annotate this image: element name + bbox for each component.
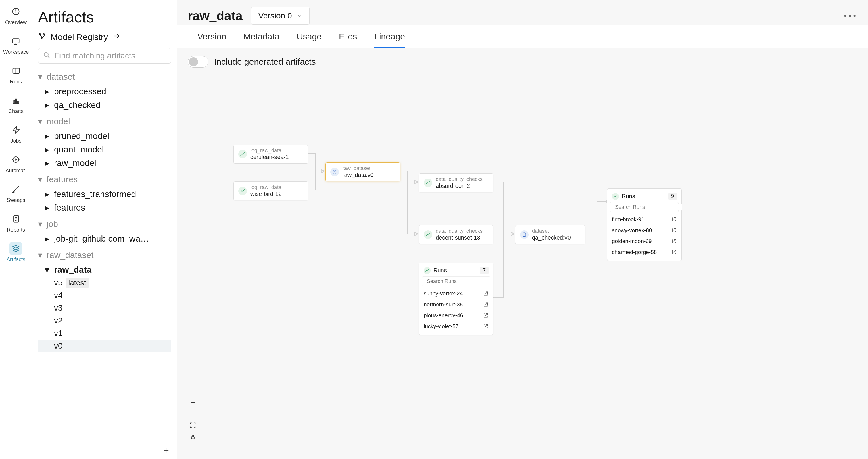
- svg-line-38: [674, 218, 676, 220]
- lineage-node-run-cerulean[interactable]: log_raw_data cerulean-sea-1: [234, 145, 308, 164]
- nav-sweeps[interactable]: Sweeps: [7, 183, 25, 203]
- add-icon[interactable]: [162, 446, 170, 456]
- nav-charts[interactable]: Charts: [8, 94, 24, 114]
- nav-label: Reports: [7, 227, 25, 233]
- tree-item-quant-model[interactable]: ▸quant_model: [38, 143, 171, 156]
- include-generated-toggle[interactable]: [188, 56, 208, 67]
- tree-item-raw-model[interactable]: ▸raw_model: [38, 156, 171, 170]
- panel-row[interactable]: sunny-vortex-24: [422, 288, 490, 299]
- artifact-search[interactable]: [38, 48, 171, 63]
- nav-artifacts[interactable]: Artifacts: [7, 242, 25, 263]
- artifact-search-input[interactable]: [54, 51, 166, 60]
- version-selector[interactable]: Version 0: [251, 7, 310, 25]
- lineage-canvas[interactable]: log_raw_data cerulean-sea-1 log_raw_data…: [177, 76, 868, 459]
- version-v2[interactable]: v2: [38, 314, 171, 327]
- canvas-controls: [188, 398, 198, 442]
- nav-runs[interactable]: Runs: [10, 64, 23, 85]
- run-icon: [238, 150, 247, 159]
- zoom-in-button[interactable]: [188, 398, 198, 407]
- panel-row[interactable]: golden-moon-69: [610, 236, 679, 247]
- panel-search[interactable]: [422, 276, 490, 286]
- nav-automat[interactable]: Automat.: [5, 153, 26, 174]
- panel-search[interactable]: [610, 202, 679, 212]
- tree-group-dataset[interactable]: ▾ dataset: [38, 71, 171, 82]
- run-icon: [612, 193, 619, 200]
- tree-item-features[interactable]: ▸features: [38, 201, 171, 214]
- open-icon: [483, 302, 489, 308]
- tree-item-qa-checked[interactable]: ▸qa_checked: [38, 98, 171, 112]
- tree-item-job-git[interactable]: ▸job-git_github.com_wa…: [38, 232, 171, 245]
- nav-overview[interactable]: Overview: [5, 5, 27, 26]
- nav-workspace[interactable]: Workspace: [3, 35, 29, 55]
- version-v0[interactable]: v0: [38, 340, 171, 352]
- lineage-node-run-decent-sunset[interactable]: data_quality_checks decent-sunset-13: [419, 225, 494, 244]
- panel-search-input[interactable]: [427, 278, 494, 284]
- node-type: log_raw_data: [250, 184, 282, 191]
- artifact-title: raw_data: [188, 9, 243, 23]
- artifact-tabs: Version Metadata Usage Files Lineage: [177, 25, 868, 48]
- nav-jobs[interactable]: Jobs: [10, 124, 23, 144]
- registry-label: Model Registry: [51, 32, 108, 42]
- panel-search-input[interactable]: [615, 204, 682, 210]
- info-icon: [9, 5, 22, 18]
- panel-count: 7: [480, 267, 489, 274]
- nav-label: Overview: [5, 20, 27, 26]
- tab-usage[interactable]: Usage: [297, 32, 321, 48]
- tree-item-features-transformed[interactable]: ▸features_transformed: [38, 187, 171, 201]
- tree-item-raw-data[interactable]: ▾raw_data: [38, 263, 171, 276]
- nav-label: Runs: [10, 79, 22, 85]
- open-icon: [483, 323, 489, 329]
- lineage-node-artifact-qa-checked[interactable]: dataset qa_checked:v0: [515, 225, 586, 244]
- version-v4[interactable]: v4: [38, 289, 171, 302]
- version-v1[interactable]: v1: [38, 327, 171, 340]
- chevron-right-icon: ▸: [45, 144, 51, 154]
- charts-icon: [9, 94, 22, 107]
- panel-row[interactable]: lucky-violet-57: [422, 321, 490, 332]
- node-type: raw_dataset: [342, 166, 374, 171]
- tab-version[interactable]: Version: [197, 32, 226, 48]
- tab-metadata[interactable]: Metadata: [243, 32, 279, 48]
- tree-item-pruned-model[interactable]: ▸pruned_model: [38, 129, 171, 143]
- lineage-node-artifact-raw-data[interactable]: raw_dataset raw_data:v0: [326, 163, 400, 181]
- tree-group-model[interactable]: ▾ model: [38, 116, 171, 126]
- tree-group-job[interactable]: ▾ job: [38, 219, 171, 229]
- tree-group-features[interactable]: ▾ features: [38, 174, 171, 184]
- svg-rect-45: [191, 436, 194, 439]
- run-icon: [424, 230, 432, 239]
- panel-row[interactable]: pious-energy-46: [422, 310, 490, 321]
- tree-item-preprocessed[interactable]: ▸preprocessed: [38, 85, 171, 98]
- nav-reports[interactable]: Reports: [7, 212, 25, 233]
- nav-label: Jobs: [10, 138, 21, 144]
- tab-lineage[interactable]: Lineage: [374, 32, 405, 48]
- zoom-out-button[interactable]: [188, 409, 198, 419]
- version-v3[interactable]: v3: [38, 302, 171, 314]
- panel-row[interactable]: snowy-vortex-80: [610, 225, 679, 236]
- nav-label: Sweeps: [7, 197, 25, 203]
- node-type: dataset: [532, 228, 571, 234]
- svg-point-22: [42, 37, 43, 39]
- lineage-node-run-absurd-eon[interactable]: data_quality_checks absurd-eon-2: [419, 173, 494, 192]
- chevron-right-icon: ▸: [45, 202, 51, 212]
- node-name: decent-sunset-13: [436, 234, 483, 241]
- model-registry-link[interactable]: Model Registry: [38, 32, 171, 42]
- panel-row[interactable]: charmed-gorge-58: [610, 247, 679, 258]
- open-icon: [483, 313, 489, 318]
- chevron-right-icon: ▸: [45, 100, 51, 110]
- tab-files[interactable]: Files: [339, 32, 357, 48]
- node-name: cerulean-sea-1: [250, 153, 288, 161]
- open-icon: [671, 238, 677, 244]
- open-icon: [671, 217, 677, 222]
- lineage-node-run-wise-bird[interactable]: log_raw_data wise-bird-12: [234, 181, 308, 200]
- more-menu[interactable]: •••: [844, 11, 858, 21]
- panel-row[interactable]: northern-surf-35: [422, 299, 490, 310]
- lineage-runs-panel-1: Runs 7 sunny-vortex-24 northern-surf-35 …: [419, 263, 494, 335]
- sweeps-icon: [9, 183, 22, 196]
- fullscreen-button[interactable]: [188, 421, 198, 430]
- panel-row[interactable]: firm-brook-91: [610, 214, 679, 225]
- version-v5[interactable]: v5latest: [38, 276, 171, 289]
- node-name: absurd-eon-2: [436, 182, 483, 189]
- svg-line-40: [674, 239, 676, 241]
- tree-group-raw-dataset[interactable]: ▾ raw_dataset: [38, 250, 171, 260]
- artifacts-sidebar: Artifacts Model Registry ▾ dataset ▸prep…: [32, 0, 177, 459]
- lock-button[interactable]: [188, 432, 198, 442]
